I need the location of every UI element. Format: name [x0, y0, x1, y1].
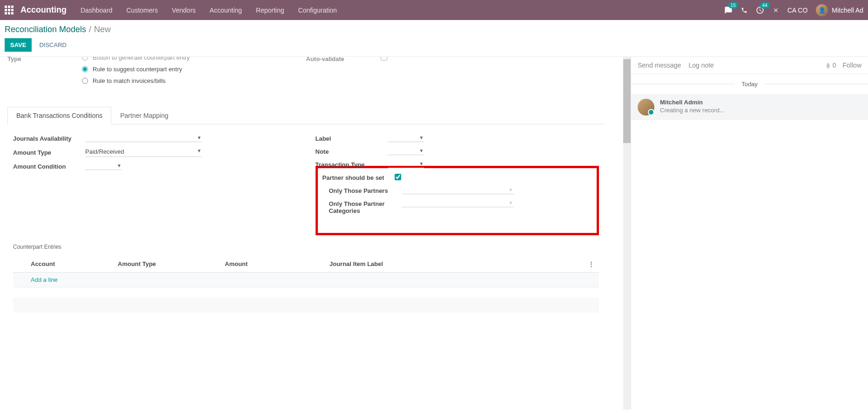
- message-author: Mitchell Admin: [660, 99, 861, 106]
- send-message-button[interactable]: Send message: [638, 61, 681, 69]
- company-name[interactable]: CA CO: [787, 7, 808, 14]
- amount-condition-field: Amount Condition ▼: [13, 162, 297, 170]
- activities-icon[interactable]: 44: [756, 6, 764, 14]
- tab-content: Journals Availability ▼ Amount Type Paid…: [7, 124, 605, 322]
- discard-button[interactable]: DISCARD: [34, 38, 72, 52]
- type-radio-button-label: Button to generate counterpart entry: [93, 57, 190, 61]
- only-partners-label: Only Those Partners: [323, 186, 402, 194]
- scrollbar-thumb[interactable]: [623, 59, 631, 143]
- chat-header-right: 0 Follow: [825, 61, 861, 69]
- nav-accounting[interactable]: Accounting: [210, 7, 242, 14]
- chat-header: Send message Log note 0 Follow: [631, 57, 868, 74]
- main-container: Type Button to generate counterpart entr…: [0, 57, 868, 409]
- amount-type-label: Amount Type: [13, 148, 85, 156]
- nav-customers[interactable]: Customers: [127, 7, 158, 14]
- user-menu[interactable]: 👤 Mitchell Ad: [816, 4, 863, 16]
- nav-reporting[interactable]: Reporting: [256, 7, 284, 14]
- add-line-link[interactable]: Add a line: [13, 276, 58, 283]
- label-dropdown[interactable]: ▼: [388, 134, 424, 142]
- autovalidate-col: Auto-validate: [306, 57, 605, 93]
- breadcrumb-link[interactable]: Reconciliation Models: [5, 25, 86, 34]
- transaction-type-label: Transaction Type: [316, 160, 388, 168]
- type-radio-match-input[interactable]: [82, 78, 88, 84]
- chevron-down-icon: ▼: [419, 148, 424, 153]
- nav-right: 15 44 CA CO 👤 Mitchell Ad: [724, 4, 863, 16]
- type-value: Button to generate counterpart entry Rul…: [82, 57, 306, 89]
- type-radio-suggest-label: Rule to suggest counterpart entry: [93, 66, 182, 73]
- conditions-row: Journals Availability ▼ Amount Type Paid…: [13, 134, 599, 235]
- attachment-count: 0: [833, 61, 836, 69]
- auto-validate-label: Auto-validate: [306, 57, 381, 62]
- save-button[interactable]: SAVE: [5, 38, 32, 52]
- type-radio-match-label: Rule to match invoices/bills: [93, 77, 166, 84]
- messages-badge: 15: [728, 2, 738, 8]
- tab-bank-conditions[interactable]: Bank Transactions Conditions: [7, 107, 111, 124]
- message-body: Mitchell Admin Creating a new record...: [660, 99, 861, 116]
- chevron-down-icon: ▼: [197, 148, 202, 155]
- type-radio-suggest-input[interactable]: [82, 66, 88, 72]
- form-tabs: Bank Transactions Conditions Partner Map…: [7, 107, 605, 124]
- scrollbar[interactable]: [623, 57, 631, 409]
- only-partner-categories-field: Only Those Partner Categories ▼: [323, 199, 588, 214]
- label-field: Label ▼: [316, 134, 599, 142]
- amount-condition-dropdown[interactable]: ▼: [85, 162, 121, 170]
- chat-sidebar: Send message Log note 0 Follow Today Mit…: [631, 57, 868, 409]
- tab-partner-mapping[interactable]: Partner Mapping: [111, 107, 177, 124]
- type-radio-button[interactable]: Button to generate counterpart entry: [82, 57, 306, 61]
- nav-left: Accounting Dashboard Customers Vendors A…: [5, 5, 337, 15]
- control-panel: Reconciliation Models / New SAVE DISCARD: [0, 20, 868, 57]
- message-avatar: [638, 99, 654, 116]
- follow-button[interactable]: Follow: [843, 61, 861, 69]
- today-text: Today: [735, 81, 764, 88]
- messages-icon[interactable]: 15: [724, 6, 733, 14]
- attachment-button[interactable]: 0: [825, 61, 836, 69]
- log-note-button[interactable]: Log note: [688, 61, 714, 69]
- form-top-group: Type Button to generate counterpart entr…: [7, 57, 605, 97]
- nav-vendors[interactable]: Vendors: [172, 7, 195, 14]
- close-debug-icon[interactable]: [773, 7, 779, 14]
- form-area: Type Button to generate counterpart entr…: [0, 57, 631, 409]
- kebab-icon[interactable]: ⋮: [585, 260, 599, 267]
- table-header: Account Amount Type Amount Journal Item …: [13, 256, 599, 273]
- phone-icon[interactable]: [741, 7, 747, 14]
- only-partner-categories-label: Only Those Partner Categories: [323, 199, 402, 214]
- only-partner-categories-dropdown[interactable]: ▼: [402, 199, 513, 207]
- chevron-down-icon: ▼: [197, 135, 202, 140]
- transaction-type-dropdown[interactable]: ▼: [388, 160, 424, 168]
- counterpart-table: Account Amount Type Amount Journal Item …: [13, 256, 599, 287]
- note-dropdown[interactable]: ▼: [388, 147, 424, 155]
- amount-type-dropdown[interactable]: Paid/Received ▼: [85, 147, 202, 157]
- activities-badge: 44: [760, 2, 770, 8]
- amount-type-field: Amount Type Paid/Received ▼: [13, 147, 297, 157]
- note-label: Note: [316, 147, 388, 155]
- type-radio-match[interactable]: Rule to match invoices/bills: [82, 77, 306, 84]
- apps-icon[interactable]: [5, 6, 13, 14]
- auto-validate-checkbox[interactable]: [381, 57, 387, 61]
- partner-set-checkbox[interactable]: [395, 174, 401, 180]
- type-radio-suggest[interactable]: Rule to suggest counterpart entry: [82, 66, 306, 73]
- journals-label: Journals Availability: [13, 134, 85, 142]
- conditions-left: Journals Availability ▼ Amount Type Paid…: [13, 134, 297, 235]
- counterpart-header: Counterpart Entries: [13, 244, 599, 250]
- nav-menu: Dashboard Customers Vendors Accounting R…: [81, 7, 337, 14]
- nav-dashboard[interactable]: Dashboard: [81, 7, 113, 14]
- today-divider: Today: [631, 81, 868, 88]
- conditions-right: Label ▼ Note ▼ Transaction T: [316, 134, 599, 235]
- only-partners-dropdown[interactable]: ▼: [402, 186, 513, 194]
- partner-set-field: Partner should be set: [323, 173, 588, 181]
- partner-set-label: Partner should be set: [323, 173, 395, 181]
- message-text: Creating a new record...: [660, 107, 861, 114]
- journals-dropdown[interactable]: ▼: [85, 134, 202, 142]
- chevron-down-icon: ▼: [509, 200, 513, 205]
- brand-title[interactable]: Accounting: [20, 5, 67, 15]
- col-amount: Amount: [225, 260, 330, 267]
- amount-condition-label: Amount Condition: [13, 162, 85, 170]
- form-sheet: Type Button to generate counterpart entr…: [7, 57, 623, 322]
- action-buttons: SAVE DISCARD: [5, 38, 863, 52]
- nav-configuration[interactable]: Configuration: [298, 7, 337, 14]
- highlight-box: Partner should be set Only Those Partner…: [316, 166, 599, 235]
- journals-field: Journals Availability ▼: [13, 134, 297, 142]
- type-radio-button-input[interactable]: [82, 57, 88, 61]
- chevron-down-icon: ▼: [117, 163, 121, 168]
- note-field: Note ▼: [316, 147, 599, 155]
